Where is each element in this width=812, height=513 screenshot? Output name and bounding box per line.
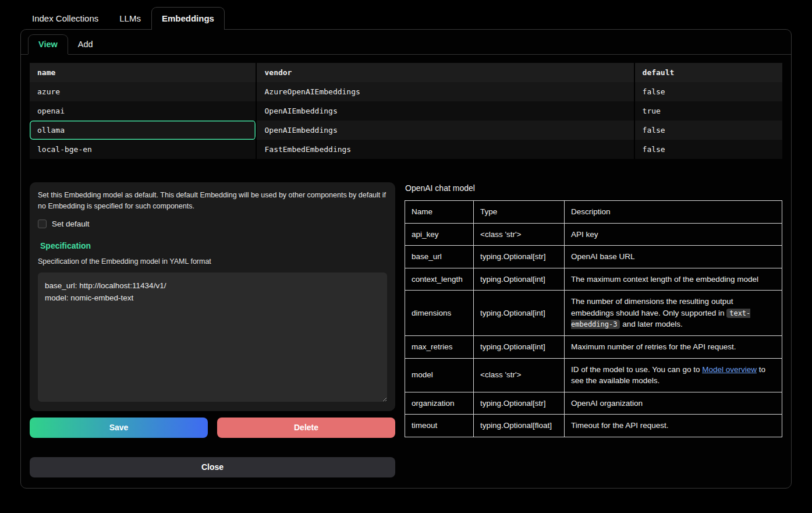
emb-cell-vendor[interactable]: OpenAIEmbeddings bbox=[257, 101, 634, 121]
emb-col-vendor: vendor bbox=[257, 63, 634, 82]
doc-row-context-length: context_lengthtyping.Optional[int]The ma… bbox=[405, 268, 782, 291]
doc-row-base-url: base_urltyping.Optional[str]OpenAI base … bbox=[405, 246, 782, 268]
emb-cell-name[interactable]: azure bbox=[30, 82, 257, 101]
emb-col-name: name bbox=[30, 63, 257, 82]
set-default-checkbox[interactable] bbox=[38, 220, 47, 228]
emb-cell-vendor[interactable]: FastEmbedEmbeddings bbox=[257, 140, 634, 159]
page: Index CollectionsLLMsEmbeddings ViewAdd … bbox=[0, 0, 812, 489]
embeddings-row-ollama[interactable]: ollamaOpenAIEmbeddingsfalse bbox=[30, 121, 782, 140]
doc-cell-type: typing.Optional[int] bbox=[474, 268, 565, 291]
emb-cell-name[interactable]: ollama bbox=[30, 121, 257, 140]
left-column: Set this Embedding model as default. Thi… bbox=[30, 182, 395, 477]
embeddings-table: namevendordefaultazureAzureOpenAIEmbeddi… bbox=[30, 63, 782, 159]
emb-col-default: default bbox=[635, 63, 782, 82]
doc-cell-type: typing.Optional[float] bbox=[474, 415, 565, 437]
doc-cell-type: typing.Optional[str] bbox=[474, 246, 565, 268]
main-tab-llms[interactable]: LLMs bbox=[109, 7, 151, 30]
embeddings-row-openai[interactable]: openaiOpenAIEmbeddingstrue bbox=[30, 101, 782, 121]
doc-cell-description: The number of dimensions the resulting o… bbox=[565, 291, 782, 336]
doc-cell-name: base_url bbox=[405, 246, 474, 268]
doc-row-model: model<class 'str'>ID of the model to use… bbox=[405, 358, 782, 392]
doc-cell-description: Timeout for the API request. bbox=[565, 415, 782, 437]
main-tab-index-collections[interactable]: Index Collections bbox=[22, 7, 109, 30]
doc-col-type: Type bbox=[474, 201, 565, 224]
emb-cell-default[interactable]: false bbox=[635, 140, 782, 159]
main-tab-bar: Index CollectionsLLMsEmbeddings bbox=[20, 7, 792, 30]
set-default-row[interactable]: Set default bbox=[38, 220, 387, 228]
sub-tab-add[interactable]: Add bbox=[68, 35, 103, 54]
doc-cell-type: <class 'str'> bbox=[474, 358, 565, 392]
set-default-label: Set default bbox=[52, 220, 90, 228]
main-tab-embeddings[interactable]: Embeddings bbox=[151, 7, 225, 30]
embeddings-header-row: namevendordefault bbox=[30, 63, 782, 82]
sub-tab-bar: ViewAdd bbox=[21, 30, 791, 55]
save-button[interactable]: Save bbox=[30, 418, 208, 438]
doc-col-name: Name bbox=[405, 201, 474, 224]
model-overview-link[interactable]: Model overview bbox=[702, 365, 757, 374]
doc-row-max-retries: max_retriestyping.Optional[int]Maximum n… bbox=[405, 335, 782, 358]
doc-cell-name: api_key bbox=[405, 223, 474, 246]
specification-subtext: Specification of the Embedding model in … bbox=[38, 257, 387, 266]
lower-area: Set this Embedding model as default. Thi… bbox=[21, 171, 791, 488]
doc-cell-name: max_retries bbox=[405, 335, 474, 358]
doc-cell-name: context_length bbox=[405, 268, 474, 291]
doc-col-description: Description bbox=[565, 201, 782, 224]
doc-cell-description: OpenAI base URL bbox=[565, 246, 782, 268]
yaml-editor[interactable] bbox=[38, 273, 387, 402]
emb-cell-default[interactable]: false bbox=[635, 82, 782, 101]
doc-cell-description: ID of the model to use. You can go to Mo… bbox=[565, 358, 782, 392]
doc-cell-description: API key bbox=[565, 223, 782, 246]
delete-button[interactable]: Delete bbox=[217, 418, 395, 438]
default-description: Set this Embedding model as default. Thi… bbox=[38, 190, 387, 213]
button-row: Save Delete bbox=[30, 418, 395, 438]
doc-cell-name: model bbox=[405, 358, 474, 392]
doc-cell-type: typing.Optional[str] bbox=[474, 392, 565, 415]
doc-cell-name: organization bbox=[405, 392, 474, 415]
emb-cell-vendor[interactable]: OpenAIEmbeddings bbox=[257, 121, 634, 140]
default-panel: Set this Embedding model as default. Thi… bbox=[30, 182, 395, 411]
emb-cell-default[interactable]: true bbox=[635, 101, 782, 121]
close-button[interactable]: Close bbox=[30, 457, 395, 477]
model-doc-table: NameTypeDescription api_key<class 'str'>… bbox=[405, 200, 782, 437]
main-container: ViewAdd namevendordefaultazureAzureOpenA… bbox=[20, 29, 792, 489]
emb-cell-name[interactable]: local-bge-en bbox=[30, 140, 257, 159]
doc-cell-type: <class 'str'> bbox=[474, 223, 565, 246]
doc-body: api_key<class 'str'>API keybase_urltypin… bbox=[405, 223, 782, 437]
doc-cell-description: OpenAI organization bbox=[565, 392, 782, 415]
emb-cell-name[interactable]: openai bbox=[30, 101, 257, 121]
model-doc-title: OpenAI chat model bbox=[405, 183, 782, 193]
embeddings-row-local-bge-en[interactable]: local-bge-enFastEmbedEmbeddingsfalse bbox=[30, 140, 782, 159]
sub-tab-view[interactable]: View bbox=[28, 34, 68, 54]
doc-cell-type: typing.Optional[int] bbox=[474, 291, 565, 336]
right-column: OpenAI chat model NameTypeDescription ap… bbox=[405, 182, 782, 437]
doc-cell-description: Maximum number of retries for the API re… bbox=[565, 335, 782, 358]
doc-row-api-key: api_key<class 'str'>API key bbox=[405, 223, 782, 246]
doc-cell-type: typing.Optional[int] bbox=[474, 335, 565, 358]
emb-cell-vendor[interactable]: AzureOpenAIEmbeddings bbox=[257, 82, 634, 101]
inline-code: text-embedding-3 bbox=[571, 309, 750, 330]
doc-row-dimensions: dimensionstyping.Optional[int]The number… bbox=[405, 291, 782, 336]
doc-row-organization: organizationtyping.Optional[str]OpenAI o… bbox=[405, 392, 782, 415]
specification-heading: Specification bbox=[40, 241, 387, 250]
doc-cell-description: The maximum context length of the embedd… bbox=[565, 268, 782, 291]
doc-header-row: NameTypeDescription bbox=[405, 201, 782, 224]
doc-row-timeout: timeouttyping.Optional[float]Timeout for… bbox=[405, 415, 782, 437]
embeddings-row-azure[interactable]: azureAzureOpenAIEmbeddingsfalse bbox=[30, 82, 782, 101]
doc-cell-name: dimensions bbox=[405, 291, 474, 336]
emb-cell-default[interactable]: false bbox=[635, 121, 782, 140]
doc-cell-name: timeout bbox=[405, 415, 474, 437]
